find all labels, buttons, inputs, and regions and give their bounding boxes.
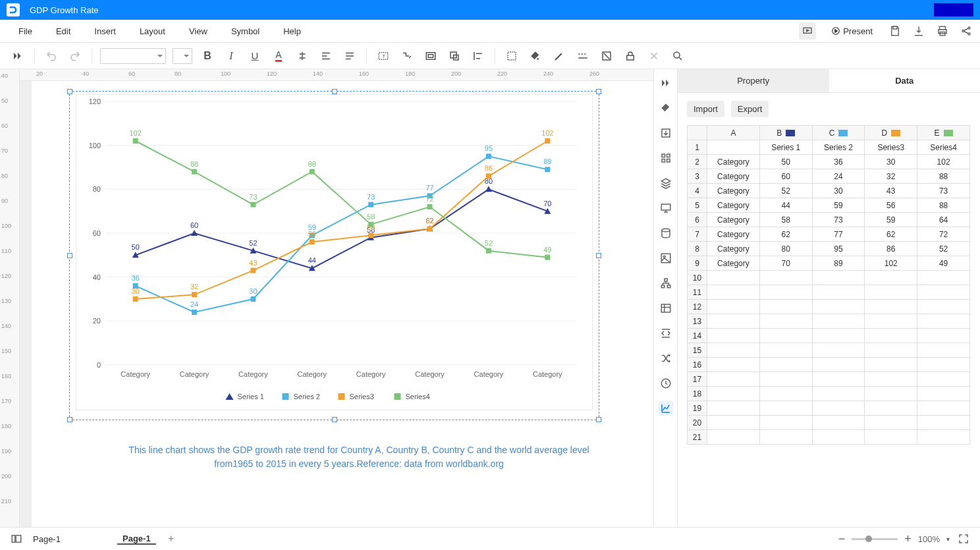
svg-point-18	[674, 52, 680, 58]
svg-rect-98	[283, 393, 289, 400]
rail-layers-icon[interactable]	[659, 176, 673, 190]
resize-handle-e[interactable]	[596, 253, 601, 258]
add-page-icon[interactable]: +	[165, 533, 177, 545]
text-spacing-icon[interactable]	[294, 47, 311, 65]
rail-shuffle-icon[interactable]	[659, 351, 673, 366]
line-height-icon[interactable]	[341, 47, 358, 65]
window-controls[interactable]	[934, 3, 973, 16]
connector-icon[interactable]	[398, 47, 416, 65]
svg-text:77: 77	[425, 184, 433, 192]
tab-data[interactable]: Data	[829, 69, 981, 92]
rail-export-icon[interactable]	[659, 126, 673, 140]
font-family-select[interactable]	[100, 48, 166, 64]
svg-text:60: 60	[93, 229, 101, 237]
zoom-dropdown-icon[interactable]: ▾	[946, 536, 950, 543]
resize-handle-ne[interactable]	[596, 89, 601, 94]
svg-rect-67	[192, 292, 197, 297]
zoom-slider[interactable]	[852, 538, 898, 540]
search-icon[interactable]	[669, 47, 686, 65]
svg-text:30: 30	[249, 287, 257, 295]
svg-text:102: 102	[541, 129, 553, 137]
menu-help[interactable]: Help	[271, 26, 313, 36]
menu-insert[interactable]: Insert	[82, 26, 128, 36]
resize-handle-se[interactable]	[596, 417, 601, 422]
resize-handle-w[interactable]	[67, 253, 72, 258]
bold-icon[interactable]: B	[199, 47, 216, 65]
export-button[interactable]: Export	[731, 101, 769, 117]
underline-icon[interactable]: U	[246, 47, 263, 65]
toolbar-expand-icon[interactable]	[9, 47, 26, 65]
line-style-icon[interactable]	[574, 47, 591, 65]
align-objects-icon[interactable]	[470, 47, 487, 65]
svg-rect-100	[339, 393, 345, 400]
lock-icon[interactable]	[622, 47, 639, 65]
svg-text:62: 62	[425, 217, 433, 225]
download-icon[interactable]	[912, 24, 926, 38]
rail-fill-icon[interactable]	[659, 101, 673, 115]
svg-text:100: 100	[89, 142, 101, 150]
pen-icon[interactable]	[551, 47, 568, 65]
undo-icon[interactable]	[43, 47, 60, 65]
eraser-icon[interactable]	[598, 47, 615, 65]
chart[interactable]: 020406080100120CategoryCategoryCategoryC…	[76, 94, 593, 410]
fullscreen-icon[interactable]	[956, 532, 971, 546]
data-grid[interactable]: ABCDE1Series 1Series 2Series3Series42Cat…	[687, 125, 970, 445]
rail-grid-icon[interactable]	[659, 151, 673, 165]
import-button[interactable]: Import	[687, 101, 724, 117]
page-tab[interactable]: Page-1	[117, 534, 156, 545]
align-icon[interactable]	[317, 47, 335, 65]
zoom-in-icon[interactable]: +	[904, 532, 912, 546]
page-view-icon[interactable]	[9, 532, 24, 546]
menu-edit[interactable]: Edit	[44, 26, 82, 36]
rail-sitemap-icon[interactable]	[659, 276, 673, 290]
rail-chart-icon[interactable]	[659, 401, 673, 416]
svg-rect-75	[427, 226, 433, 231]
print-icon[interactable]	[935, 24, 950, 38]
vertical-ruler: 4050607080901001101201301401501601701801…	[0, 69, 20, 527]
fill-icon[interactable]	[527, 47, 544, 65]
rail-table-icon[interactable]	[659, 301, 673, 316]
svg-text:32: 32	[190, 283, 198, 290]
slideshow-mode-icon[interactable]	[799, 22, 816, 40]
present-button[interactable]: Present	[825, 24, 879, 39]
rail-database-icon[interactable]	[659, 226, 673, 240]
font-size-select[interactable]	[173, 48, 192, 64]
resize-handle-n[interactable]	[332, 89, 337, 94]
menu-layout[interactable]: Layout	[128, 26, 177, 36]
svg-text:102: 102	[130, 129, 142, 137]
textbox-icon[interactable]: T	[375, 47, 392, 65]
font-color-icon[interactable]: A	[270, 47, 287, 65]
menu-file[interactable]: File	[7, 26, 44, 36]
shape-icon[interactable]	[446, 47, 463, 65]
resize-handle-nw[interactable]	[67, 89, 72, 94]
rail-history-icon[interactable]	[659, 376, 673, 391]
svg-text:52: 52	[249, 239, 257, 247]
menu-view[interactable]: View	[177, 26, 219, 36]
svg-rect-83	[192, 169, 197, 175]
svg-text:70: 70	[543, 200, 551, 207]
container-icon[interactable]	[422, 47, 439, 65]
rail-distribute-icon[interactable]	[659, 326, 673, 341]
rail-presentation-icon[interactable]	[659, 201, 673, 215]
svg-text:Category: Category	[121, 370, 150, 378]
app-logo-icon	[7, 3, 20, 16]
save-icon[interactable]	[888, 24, 902, 38]
svg-text:72: 72	[425, 195, 433, 203]
resize-handle-sw[interactable]	[67, 417, 72, 422]
zoom-out-icon[interactable]: −	[838, 532, 846, 546]
italic-icon[interactable]: I	[223, 47, 240, 65]
share-icon[interactable]	[959, 24, 973, 38]
page-select[interactable]: Page-1	[33, 534, 86, 544]
resize-handle-s[interactable]	[332, 417, 337, 422]
tab-property[interactable]: Property	[678, 69, 829, 92]
menu-bar: File Edit Insert Layout View Symbol Help…	[0, 20, 980, 43]
tools-icon[interactable]	[645, 47, 663, 65]
svg-rect-113	[664, 279, 667, 281]
rail-image-icon[interactable]	[659, 251, 673, 265]
menu-symbol[interactable]: Symbol	[219, 26, 271, 36]
svg-text:30: 30	[132, 287, 140, 295]
canvas-area[interactable]: 20406080100120140160180200220240260 0204…	[20, 69, 653, 527]
redo-icon[interactable]	[67, 47, 84, 65]
crop-icon[interactable]	[503, 47, 520, 65]
rail-expand-icon[interactable]	[659, 76, 673, 90]
